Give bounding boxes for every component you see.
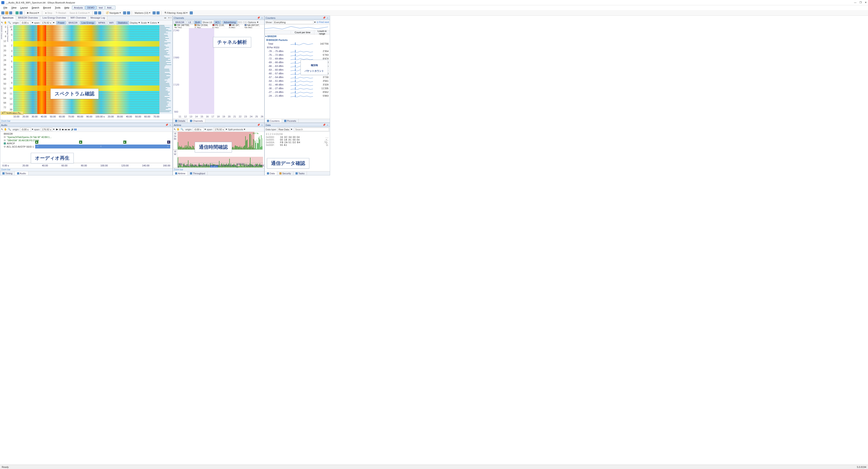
track-play-1[interactable]: ▶	[35, 141, 38, 144]
navigate-button[interactable]: 🧭 Navigate ▾	[104, 11, 122, 14]
lane-w[interactable]: ⊟W	[173, 150, 177, 168]
btab-channels[interactable]: Channels	[188, 119, 205, 123]
zoom-icon[interactable]: 🔍	[181, 128, 184, 131]
minimize-button[interactable]: —	[854, 1, 857, 4]
tab-wifi-overview[interactable]: WiFi Overview	[68, 16, 88, 20]
menu-help[interactable]: Help	[63, 6, 71, 9]
save-continue-button[interactable]: Save & Continue ▾	[68, 11, 91, 14]
tab-le-overview[interactable]: Low Energy Overview	[40, 16, 68, 20]
audio-root[interactable]: BR/EDR	[1, 132, 172, 135]
pin-icon[interactable]: 📌	[256, 17, 261, 19]
ch-both[interactable]: Both	[194, 21, 202, 24]
lane-st[interactable]: ⊟StBt	[173, 132, 177, 150]
mode-analysis[interactable]: Analysis	[72, 6, 85, 10]
hand-icon[interactable]: ✋	[177, 128, 180, 131]
save-icon[interactable]	[9, 11, 12, 14]
tool-icon-2[interactable]	[98, 11, 101, 14]
tool-icon-1[interactable]	[94, 11, 97, 14]
ch-acl[interactable]: ACL	[214, 21, 221, 24]
export-icon[interactable]	[20, 11, 23, 14]
toggle-bredr[interactable]: BR/EDR	[67, 21, 79, 25]
stop-icon[interactable]: ■	[62, 128, 64, 131]
pause-icon[interactable]: ⏸	[59, 128, 61, 131]
zoom-icon[interactable]: 🔍	[8, 128, 11, 131]
ch-bredr[interactable]: BR/EDR	[174, 21, 186, 24]
menu-record[interactable]: Record	[41, 6, 53, 9]
markers-button[interactable]: Markers (13) ▾	[133, 11, 152, 14]
menu-search[interactable]: Search	[30, 6, 41, 9]
audio-device-1[interactable]: ⊟"XperiaZ4Tab/Xperia Z4 Tab W" 40:B8:1..…	[1, 135, 172, 139]
tab-nav-left[interactable]: ◂▸	[163, 16, 167, 20]
colors-menu[interactable]: Colors	[150, 22, 157, 24]
prev-icon[interactable]: ⏮	[64, 128, 67, 131]
menu-view[interactable]: View	[10, 6, 18, 9]
pin-icon[interactable]: 📌	[322, 17, 327, 19]
zoom-bar[interactable]: Zoom bar	[0, 120, 173, 123]
ch-advertising[interactable]: Advertising	[222, 21, 237, 24]
menu-tools[interactable]: Tools	[53, 6, 62, 9]
hand-icon[interactable]: ✋	[4, 21, 7, 24]
subsection-packets[interactable]: BR/EDR Packets	[269, 39, 288, 41]
toggle-wpan[interactable]: WPAN	[97, 21, 107, 25]
toggle-lowenergy[interactable]: Low Energy	[80, 21, 96, 25]
cursor-icon[interactable]: ↖	[1, 128, 3, 131]
close-icon[interactable]: ×	[261, 124, 264, 126]
btab-details[interactable]: Details	[173, 119, 188, 123]
btab-data[interactable]: Data	[265, 171, 277, 175]
toggle-statistics[interactable]: Statistics	[116, 21, 129, 25]
mode-test[interactable]: test	[97, 6, 105, 10]
btab-security[interactable]: Security	[277, 171, 293, 175]
spectrum-heatmap[interactable]	[13, 25, 159, 114]
mode-add[interactable]: Add...	[105, 6, 116, 10]
volume-icon[interactable]: 🔊▮▮	[71, 128, 77, 131]
data-type[interactable]: Raw Data	[277, 128, 290, 131]
nav-icon-1[interactable]	[123, 11, 126, 14]
nav-icon-2[interactable]	[127, 11, 130, 14]
airtime-split[interactable]: Split protocols	[228, 128, 243, 131]
pin-icon[interactable]: 📌	[322, 123, 327, 126]
pin-icon[interactable]: 📌	[256, 123, 261, 126]
ch-options[interactable]: Options	[248, 21, 256, 24]
tab-dropdown[interactable]: ▾ ×	[167, 16, 173, 20]
tab-spectrum[interactable]: Spectrum	[0, 16, 16, 20]
data-search[interactable]	[294, 128, 329, 131]
menu-file[interactable]: File	[2, 6, 9, 9]
ch-le[interactable]: LE	[187, 21, 193, 24]
hand-icon[interactable]: ✋	[4, 128, 7, 131]
filter-icon[interactable]	[190, 11, 193, 14]
new-icon[interactable]	[1, 11, 4, 14]
zoom-icon[interactable]: 🔍	[8, 21, 11, 24]
open-icon[interactable]	[5, 11, 8, 14]
airtime-origin[interactable]: -0.00 s	[193, 128, 204, 131]
filtering-button[interactable]: ⚗ Filtering: Keep All ▾	[163, 11, 189, 14]
toggle-wifi[interactable]: WiFi	[107, 21, 116, 25]
track-pause[interactable]: ⏸	[167, 141, 170, 144]
cursor-icon[interactable]: ↖	[174, 128, 176, 131]
btab-counters[interactable]: Counters	[265, 119, 282, 123]
marker-icon-2[interactable]	[156, 11, 160, 14]
record-button[interactable]: ▶ Record ▾	[26, 11, 40, 14]
close-icon[interactable]: ×	[327, 17, 329, 19]
stop-button[interactable]: ■ Stop	[44, 11, 53, 14]
audio-span[interactable]: 176.92 s	[41, 128, 52, 131]
show-value[interactable]: Everything	[273, 21, 313, 24]
pin-icon[interactable]: 📌	[164, 123, 169, 126]
toggle-power[interactable]: Power	[56, 21, 66, 25]
audio-zoombar[interactable]: Zoom bar	[0, 168, 173, 171]
scale-menu[interactable]: Scale	[141, 22, 147, 24]
track-play-3[interactable]: ▶	[123, 141, 126, 144]
mode-demo[interactable]: DEMO	[85, 6, 96, 10]
marker-icon-1[interactable]	[153, 11, 156, 14]
airtime-span[interactable]: 176.92 s	[214, 128, 225, 131]
apply-icon[interactable]	[16, 11, 19, 14]
btab-timing[interactable]: Timing	[0, 171, 15, 175]
close-icon[interactable]: ×	[327, 124, 329, 126]
find-next[interactable]: ⊙ Find next	[316, 21, 329, 24]
tab-bredr-overview[interactable]: BR/EDR Overview	[16, 16, 40, 20]
close-icon[interactable]: ×	[261, 17, 264, 19]
origin-value[interactable]: -0.00 s	[20, 21, 31, 25]
track-play-2[interactable]: ▶	[79, 141, 82, 144]
maximize-button[interactable]: ❐	[860, 1, 862, 4]
close-icon[interactable]: ×	[169, 124, 172, 126]
btab-airtime[interactable]: Airtime	[173, 171, 188, 175]
